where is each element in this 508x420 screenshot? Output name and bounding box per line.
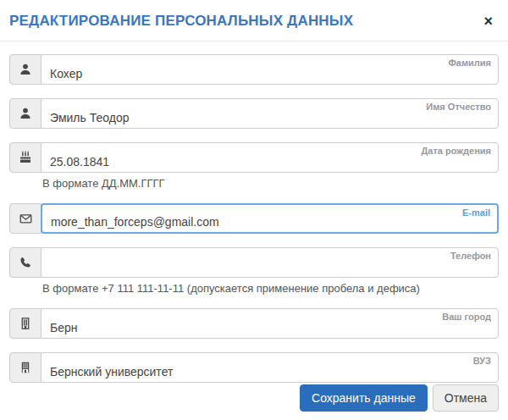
city-input[interactable] — [41, 319, 498, 335]
user-icon — [9, 98, 41, 129]
field-city: Ваш город — [9, 308, 499, 339]
dialog-header: РЕДАКТИРОВАНИЕ ПЕРСОНАЛЬНЫХ ДАННЫХ × — [0, 0, 508, 41]
field-birthdate: Дата рождения В формате ДД.ММ.ГГГГ — [9, 142, 499, 190]
field-lastname: Фамилия — [9, 54, 499, 85]
envelope-icon — [9, 203, 41, 234]
lastname-input[interactable] — [41, 65, 498, 81]
cancel-button[interactable]: Отмена — [433, 384, 499, 412]
close-icon[interactable]: × — [478, 14, 498, 29]
birthday-cake-icon — [9, 142, 41, 173]
field-email: E-mail — [9, 203, 499, 234]
edit-personal-data-dialog: РЕДАКТИРОВАНИЕ ПЕРСОНАЛЬНЫХ ДАННЫХ × Фам… — [0, 0, 508, 383]
phone-format-hint: В формате +7 111 111-11-11 (допускается … — [42, 282, 499, 295]
birthdate-input[interactable] — [41, 153, 498, 169]
user-icon — [9, 54, 41, 85]
phone-input[interactable] — [41, 258, 498, 274]
email-input[interactable] — [42, 213, 497, 229]
firstname-patronymic-input[interactable] — [41, 109, 498, 125]
phone-icon — [9, 247, 41, 278]
city-building-icon — [9, 308, 41, 339]
field-phone: Телефон В формате +7 111 111-11-11 (допу… — [9, 247, 499, 295]
field-university: ВУЗ — [9, 352, 499, 383]
dialog-title: РЕДАКТИРОВАНИЕ ПЕРСОНАЛЬНЫХ ДАННЫХ — [9, 13, 353, 30]
university-building-icon — [9, 352, 41, 383]
dialog-body: Фамилия Имя Отчество — [0, 41, 508, 383]
dialog-footer: Сохранить данные Отмена — [300, 384, 499, 412]
field-firstname-patronymic: Имя Отчество — [9, 98, 499, 129]
university-input[interactable] — [41, 363, 498, 379]
save-data-button[interactable]: Сохранить данные — [300, 384, 428, 412]
birthdate-format-hint: В формате ДД.ММ.ГГГГ — [42, 177, 499, 190]
